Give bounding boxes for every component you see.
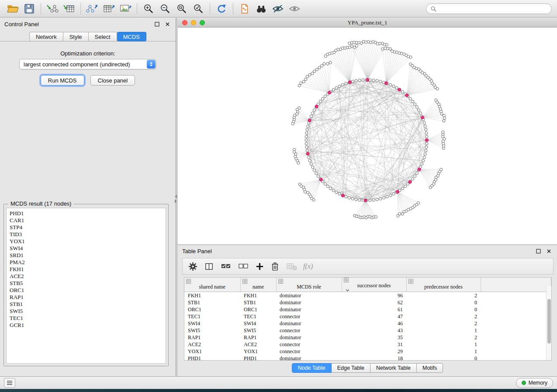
tab-node-table[interactable]: Node Table (292, 363, 332, 373)
close-panel-action-button[interactable]: Close panel (90, 75, 135, 86)
table-row[interactable]: SWI4SWI4dominator462 (184, 320, 551, 327)
cell-successor-nodes[interactable]: 43 (342, 327, 406, 334)
import-network-button[interactable] (44, 2, 61, 16)
table-row[interactable]: SWI5SWI5connector431 (184, 327, 551, 334)
zoom-fit-button[interactable] (173, 2, 190, 16)
mcds-result-item[interactable]: CAR1 (10, 217, 166, 224)
mcds-result-item[interactable]: SRD1 (10, 252, 166, 259)
mcds-result-list[interactable]: PHD1CAR1STP4TID3YOX1SWI4SRD1PMA2FKH1ACE2… (6, 208, 166, 364)
float-panel-button[interactable] (153, 20, 161, 28)
window-minimize-icon[interactable] (191, 20, 196, 25)
splitter-collapse-icon[interactable] (175, 195, 177, 203)
cell-mcds-role[interactable]: connector (276, 341, 342, 348)
cell-shared-name[interactable]: TEC1 (184, 313, 240, 320)
cell-name[interactable]: STB1 (240, 299, 276, 306)
node-table[interactable]: shared namenameMCDS rolesuccessor nodesp… (184, 278, 551, 361)
criterion-dropdown[interactable]: largest connected component (undirected) (19, 59, 156, 69)
global-search-field[interactable] (426, 3, 552, 14)
share-document-button[interactable] (236, 2, 253, 16)
cell-mcds-role[interactable]: dominator (276, 292, 342, 299)
mcds-result-item[interactable]: TID3 (10, 231, 166, 238)
cell-successor-nodes[interactable]: 46 (342, 320, 406, 327)
cell-predecessor-nodes[interactable]: 2 (406, 334, 481, 341)
cell-predecessor-nodes[interactable]: 2 (406, 313, 481, 320)
cell-successor-nodes[interactable]: 29 (342, 348, 406, 355)
table-row[interactable]: ACE2ACE2connector311 (184, 341, 551, 348)
table-row[interactable]: PHD1PHD1dominator180 (184, 355, 551, 361)
create-column-button[interactable] (255, 262, 264, 271)
table-settings-button[interactable] (188, 261, 198, 272)
mcds-result-item[interactable]: TEC1 (10, 315, 166, 322)
cell-shared-name[interactable]: ACE2 (184, 341, 240, 348)
mcds-result-item[interactable]: STP4 (10, 224, 166, 231)
cell-shared-name[interactable]: YOX1 (184, 348, 240, 355)
cell-successor-nodes[interactable]: 35 (342, 334, 406, 341)
column-header-predecessor-nodes[interactable]: predecessor nodes (406, 278, 481, 292)
cell-successor-nodes[interactable]: 18 (342, 355, 406, 361)
column-header-successor-nodes[interactable]: successor nodes (342, 278, 406, 292)
zoom-out-button[interactable] (157, 2, 173, 16)
cell-mcds-role[interactable]: dominator (276, 299, 342, 306)
cell-name[interactable]: TEC1 (240, 313, 276, 320)
cell-name[interactable]: YOX1 (240, 348, 276, 355)
column-header-mcds-role[interactable]: MCDS role (276, 278, 342, 292)
cell-name[interactable]: FKH1 (240, 292, 276, 299)
delete-table-button[interactable] (286, 261, 297, 271)
cell-predecessor-nodes[interactable]: 1 (406, 341, 481, 348)
mcds-result-item[interactable]: ACE2 (10, 273, 166, 280)
export-network-button[interactable] (84, 2, 100, 16)
table-row[interactable]: YOX1YOX1connector291 (184, 348, 551, 355)
cell-mcds-role[interactable]: dominator (276, 306, 342, 313)
mcds-result-item[interactable]: RAP1 (10, 294, 166, 301)
search-input[interactable] (439, 5, 547, 12)
mcds-result-item[interactable]: PMA2 (10, 259, 166, 266)
mcds-result-item[interactable]: PHD1 (10, 210, 166, 217)
cell-predecessor-nodes[interactable]: 1 (406, 348, 481, 355)
import-table-button[interactable] (61, 2, 77, 16)
mcds-result-item[interactable]: SWI5 (10, 308, 166, 315)
zoom-selected-button[interactable] (190, 2, 207, 16)
tab-edge-table[interactable]: Edge Table (332, 363, 370, 373)
cell-predecessor-nodes[interactable]: 0 (406, 355, 481, 361)
cell-predecessor-nodes[interactable]: 2 (406, 320, 481, 327)
deselect-all-button[interactable] (238, 261, 249, 271)
float-table-panel-button[interactable] (534, 247, 542, 255)
cell-successor-nodes[interactable]: 31 (342, 341, 406, 348)
cell-shared-name[interactable]: ORC1 (184, 306, 240, 313)
tab-network-table[interactable]: Network Table (370, 363, 417, 373)
task-history-button[interactable] (4, 378, 15, 388)
mcds-result-item[interactable]: STB1 (10, 301, 166, 308)
close-table-panel-button[interactable] (545, 247, 553, 255)
mcds-result-item[interactable]: SWI4 (10, 245, 166, 252)
memory-button[interactable]: Memory (516, 378, 553, 388)
cell-mcds-role[interactable]: connector (276, 348, 342, 355)
network-canvas[interactable] (178, 28, 557, 244)
network-graph[interactable] (178, 28, 557, 244)
tab-style[interactable]: Style (63, 32, 89, 41)
cell-name[interactable]: SWI4 (240, 320, 276, 327)
run-mcds-button[interactable]: Run MCDS (41, 75, 84, 86)
cell-mcds-role[interactable]: connector (276, 313, 342, 320)
tab-network[interactable]: Network (29, 32, 63, 41)
cell-predecessor-nodes[interactable]: 0 (406, 299, 481, 306)
close-panel-button[interactable] (163, 20, 171, 28)
mcds-result-item[interactable]: GCR1 (10, 322, 166, 329)
find-button[interactable] (253, 2, 270, 16)
show-view-button[interactable] (286, 2, 303, 16)
window-close-icon[interactable] (182, 20, 187, 25)
cell-mcds-role[interactable]: dominator (276, 334, 342, 341)
table-row[interactable]: FKH1FKH1dominator962 (184, 292, 551, 299)
cell-name[interactable]: RAP1 (240, 334, 276, 341)
table-row[interactable]: RAP1RAP1dominator352 (184, 334, 551, 341)
cell-successor-nodes[interactable]: 61 (342, 306, 406, 313)
open-session-button[interactable] (4, 2, 21, 16)
mcds-result-item[interactable]: YOX1 (10, 238, 166, 245)
table-row[interactable]: STB1STB1dominator620 (184, 299, 551, 306)
cell-shared-name[interactable]: SWI4 (184, 320, 240, 327)
cell-name[interactable]: SWI5 (240, 327, 276, 334)
cell-predecessor-nodes[interactable]: 0 (406, 306, 481, 313)
export-image-button[interactable] (117, 2, 134, 16)
tab-motifs[interactable]: Motifs (417, 363, 443, 373)
select-all-button[interactable] (220, 261, 232, 271)
mcds-result-item[interactable]: FKH1 (10, 266, 166, 273)
